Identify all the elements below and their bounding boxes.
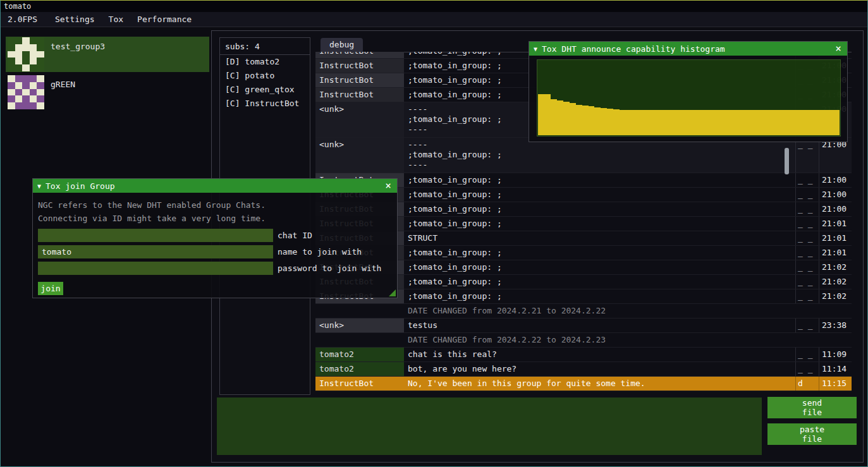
chat-time: 21:02	[819, 260, 852, 274]
collapse-arrow-icon[interactable]: ▼	[37, 183, 41, 190]
input-chat-ID[interactable]	[38, 229, 273, 242]
avatar-pixel	[37, 64, 44, 71]
histogram-window-titlebar[interactable]: ▼ Tox DHT announce capability histogram …	[529, 42, 847, 56]
histogram-bar	[827, 110, 833, 135]
tab-debug[interactable]: debug	[321, 38, 363, 52]
avatar-pixel	[22, 89, 30, 96]
member-item[interactable]: [C] green_qtox	[220, 83, 310, 97]
chat-time: 23:38	[819, 318, 852, 332]
chat-message-text: STRUCT	[404, 231, 795, 245]
window-title: tomato	[4, 2, 31, 11]
member-item[interactable]: [C] potato	[220, 69, 310, 83]
chat-system-row: DATE CHANGED from 2024.2.21 to 2024.2.22	[315, 304, 852, 318]
avatar-pixel	[22, 58, 30, 64]
window-titlebar: tomato	[1, 1, 867, 12]
chat-author: InstructBot	[315, 88, 404, 102]
collapse-arrow-icon[interactable]: ▼	[534, 45, 537, 52]
join-group-window: ▼ Tox join Group × NGC refers to the New…	[32, 178, 398, 298]
input-name-to-join-with[interactable]: tomato	[38, 245, 273, 258]
chat-flags: _ _	[795, 231, 819, 245]
app-window: tomato 2.0FPS Settings Tox Performance t…	[0, 0, 868, 467]
chat-message-row[interactable]: <unk>testus_ _23:38	[315, 318, 852, 333]
histogram-bar	[701, 110, 707, 135]
chat-time: 21:01	[819, 217, 852, 231]
menu-tox[interactable]: Tox	[102, 12, 130, 27]
chat-message-row[interactable]: <unk>---- ;tomato_in_group: ; ----_ _21:…	[315, 138, 852, 173]
join-button[interactable]: join	[38, 282, 63, 295]
group-avatar	[8, 75, 44, 109]
chat-message-text: ;tomato_in_group: ;	[404, 173, 795, 187]
histogram-window: ▼ Tox DHT announce capability histogram …	[529, 41, 848, 142]
join-fields: chat IDtomatoname to join withpassword t…	[38, 229, 392, 275]
send-file-button[interactable]: send file	[767, 397, 857, 418]
paste-file-button[interactable]: paste file	[767, 423, 857, 445]
chat-flags: _ _	[795, 318, 819, 332]
histogram-bar	[576, 105, 582, 135]
histogram-window-title: Tox DHT announce capability histogram	[542, 44, 834, 54]
histogram-bar	[563, 102, 570, 135]
avatar-pixel	[22, 51, 30, 58]
histogram-bar	[726, 110, 733, 135]
group-list: test_group3gREEN	[6, 37, 209, 112]
avatar-pixel	[37, 37, 44, 44]
avatar-pixel	[15, 51, 23, 58]
chat-message-row[interactable]: InstructBotNo, I've been in this group f…	[315, 377, 852, 391]
histogram-bar	[601, 108, 607, 135]
avatar-pixel	[30, 64, 37, 71]
avatar-pixel	[37, 44, 44, 51]
avatar-pixel	[8, 82, 15, 89]
avatar-pixel	[30, 58, 37, 64]
message-input[interactable]	[217, 397, 762, 455]
members-header: subs: 4	[220, 38, 310, 55]
histogram-bar	[790, 110, 796, 135]
histogram-bar	[632, 110, 639, 135]
histogram-bar	[752, 110, 758, 135]
avatar-pixel	[15, 89, 23, 96]
chat-message-text: ;tomato_in_group: ;	[404, 289, 795, 303]
fps-indicator: 2.0FPS	[1, 12, 44, 27]
chat-time: 11:14	[819, 362, 852, 376]
chat-flags: _ _	[795, 348, 819, 361]
input-password-to-join-with[interactable]	[38, 262, 273, 275]
chat-flags: _ _	[795, 188, 819, 202]
avatar-pixel	[30, 44, 37, 51]
member-item[interactable]: [D] tomato2	[220, 55, 310, 69]
chat-scrollbar[interactable]	[785, 148, 789, 174]
histogram-bar	[745, 110, 752, 135]
histogram-bar	[771, 110, 777, 135]
histogram-bar	[683, 110, 689, 135]
resize-grip-icon[interactable]	[389, 289, 396, 296]
chat-message-row[interactable]: tomato2bot, are you new here?_ _11:14	[315, 362, 852, 377]
menu-settings[interactable]: Settings	[48, 12, 102, 27]
chat-flags: d	[795, 377, 819, 391]
histogram-bars	[538, 61, 840, 135]
chat-message-text: ;tomato_in_group: ;	[404, 202, 795, 216]
menu-performance[interactable]: Performance	[130, 12, 199, 27]
avatar-pixel	[37, 82, 44, 89]
close-icon[interactable]: ×	[384, 181, 393, 191]
member-item[interactable]: [C] InstructBot	[220, 97, 310, 111]
histogram-bar	[833, 110, 840, 135]
chat-message-text: testus	[404, 318, 795, 332]
histogram-bar	[814, 110, 821, 135]
join-window-title: Tox join Group	[46, 181, 384, 191]
avatar-pixel	[30, 75, 37, 82]
avatar-pixel	[15, 37, 23, 44]
field-label: name to join with	[273, 247, 362, 257]
histogram-bar	[664, 110, 670, 135]
menu-bar: 2.0FPS Settings Tox Performance	[1, 12, 867, 27]
chat-flags: _ _	[795, 275, 819, 289]
group-item[interactable]: gREEN	[6, 75, 209, 110]
chat-message-row[interactable]: tomato2chat is this real?_ _11:09	[315, 348, 852, 362]
histogram-bar	[620, 110, 626, 135]
chat-message-text: ;tomato_in_group: ;	[404, 260, 795, 274]
histogram-bar	[764, 110, 771, 135]
join-window-titlebar[interactable]: ▼ Tox join Group ×	[33, 179, 397, 193]
group-item[interactable]: test_group3	[6, 37, 209, 72]
histogram-bar	[783, 110, 790, 135]
histogram-bar	[802, 110, 808, 135]
chat-author: InstructBot	[315, 73, 404, 87]
histogram-bar	[570, 103, 576, 135]
avatar-pixel	[37, 75, 44, 82]
close-icon[interactable]: ×	[834, 44, 843, 54]
